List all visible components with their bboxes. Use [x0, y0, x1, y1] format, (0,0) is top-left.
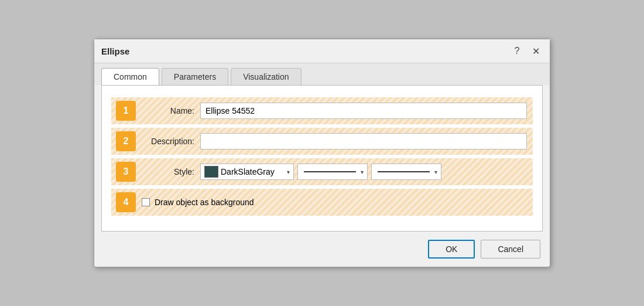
background-row: 4 Draw object as background [111, 189, 533, 216]
style-row-bg: 3 Style: DarkSlateGray ▾ ▾ ▾ [111, 158, 533, 185]
name-row: 1 Name: [111, 97, 533, 124]
help-button[interactable]: ? [510, 44, 524, 58]
line2-chevron-icon: ▾ [434, 169, 437, 175]
dialog-title: Ellipse [101, 46, 129, 56]
name-label: Name: [142, 106, 194, 115]
close-button[interactable]: ✕ [529, 44, 543, 58]
tab-visualization[interactable]: Visualization [231, 68, 301, 85]
ellipse-dialog: Ellipse ? ✕ Common Parameters Visualizat… [94, 39, 550, 267]
tab-parameters[interactable]: Parameters [162, 68, 228, 85]
description-input[interactable] [200, 133, 527, 149]
style-row: 3 Style: DarkSlateGray ▾ ▾ ▾ [111, 158, 533, 185]
line-preview-2 [378, 171, 430, 172]
line-preview-1 [304, 171, 356, 172]
background-label: Draw object as background [155, 198, 254, 207]
badge-2: 2 [116, 131, 136, 151]
title-buttons: ? ✕ [510, 44, 543, 58]
background-checkbox-row: Draw object as background [142, 198, 254, 207]
line1-chevron-icon: ▾ [361, 169, 364, 175]
style-controls: DarkSlateGray ▾ ▾ ▾ [200, 164, 441, 180]
badge-4: 4 [116, 192, 136, 212]
description-row: 2 Description: [111, 128, 533, 155]
badge-3: 3 [116, 162, 136, 182]
name-row-bg: 1 Name: [111, 97, 533, 124]
color-dropdown[interactable]: DarkSlateGray ▾ [200, 164, 294, 180]
style-label: Style: [142, 167, 194, 176]
line-style-dropdown-1[interactable]: ▾ [297, 164, 368, 180]
line-style-dropdown-2[interactable]: ▾ [371, 164, 441, 180]
background-checkbox[interactable] [142, 198, 150, 206]
tab-content: 1 Name: 2 Description: 3 Style: DarkS [101, 85, 543, 232]
color-swatch [204, 166, 218, 178]
color-chevron-icon: ▾ [287, 169, 290, 175]
color-name: DarkSlateGray [221, 167, 275, 176]
badge-1: 1 [116, 101, 136, 121]
ok-button[interactable]: OK [428, 240, 475, 259]
description-row-bg: 2 Description: [111, 128, 533, 155]
dialog-footer: OK Cancel [94, 232, 550, 267]
title-bar: Ellipse ? ✕ [94, 39, 550, 63]
tab-bar: Common Parameters Visualization [94, 63, 550, 85]
cancel-button[interactable]: Cancel [481, 240, 540, 259]
tab-common[interactable]: Common [101, 68, 159, 85]
background-row-bg: 4 Draw object as background [111, 189, 533, 216]
name-input[interactable] [200, 103, 527, 119]
description-label: Description: [142, 137, 194, 146]
